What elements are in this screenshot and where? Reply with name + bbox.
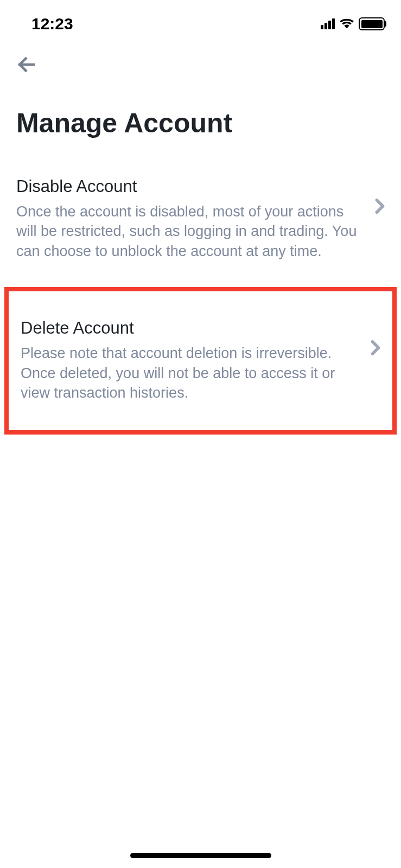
status-icons <box>321 17 385 31</box>
menu-item-content: Disable Account Once the account is disa… <box>16 177 375 261</box>
wifi-icon <box>339 17 354 31</box>
delete-account-item[interactable]: Delete Account Please note that account … <box>9 308 392 413</box>
menu-item-title: Disable Account <box>16 177 364 196</box>
page-title: Manage Account <box>0 86 401 166</box>
highlight-box: Delete Account Please note that account … <box>4 287 397 434</box>
battery-icon <box>359 17 385 30</box>
disable-account-item[interactable]: Disable Account Once the account is disa… <box>0 166 401 283</box>
menu-item-description: Once the account is disabled, most of yo… <box>16 202 364 261</box>
menu-item-content: Delete Account Please note that account … <box>21 318 371 403</box>
menu-item-title: Delete Account <box>21 318 360 338</box>
cellular-signal-icon <box>321 18 335 29</box>
chevron-right-icon <box>375 199 385 216</box>
chevron-right-icon <box>371 340 380 358</box>
menu-item-description: Please note that account deletion is irr… <box>21 343 360 403</box>
navigation-bar <box>0 38 401 86</box>
home-indicator[interactable] <box>130 853 271 858</box>
status-bar: 12:23 <box>0 0 401 38</box>
back-button[interactable] <box>16 54 37 75</box>
status-time: 12:23 <box>16 15 73 33</box>
